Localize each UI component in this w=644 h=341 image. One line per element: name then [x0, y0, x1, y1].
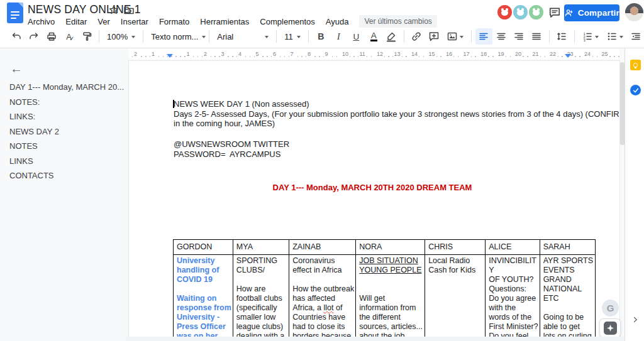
align-left-button[interactable] — [475, 28, 492, 45]
chevron-down-icon — [595, 36, 599, 40]
insert-image-button[interactable] — [443, 28, 467, 45]
highlight-color-button[interactable] — [383, 28, 400, 45]
vertical-scrollbar[interactable] — [620, 62, 625, 145]
outline-item-day1[interactable]: DAY 1--- Monday, MARCH 20... — [9, 82, 126, 97]
close-outline-arrow-icon[interactable]: ← — [10, 62, 23, 76]
table-header-cell[interactable]: CHRIS — [425, 240, 486, 255]
ruler-number: 10 — [341, 51, 350, 57]
table-cell-mya[interactable]: SPORTING CLUBS/ How are football clubs (… — [233, 255, 289, 341]
spellcheck-button[interactable]: A✓ — [60, 28, 77, 45]
paragraph-news-week: NEWS WEEK DAY 1 (Non assessed) Days 2-5-… — [174, 99, 619, 129]
table-cell-alice[interactable]: INVINCIBILIT Y OF YOUTH?Questions: Do yo… — [486, 255, 540, 341]
bold-button[interactable]: B — [313, 28, 330, 45]
toolbar: A✓ 100% Texto norm... Arial 11 B I U A 1… — [0, 25, 644, 48]
ruler-number: 17 — [462, 51, 471, 57]
open-comments-icon[interactable] — [548, 6, 561, 21]
outline-item-links1[interactable]: LINKS: — [9, 112, 126, 127]
ruler-number: 3 — [220, 51, 226, 57]
table-header-cell[interactable]: MYA — [233, 240, 289, 255]
font-size-select[interactable]: 11 — [280, 28, 304, 45]
print-button[interactable] — [43, 28, 60, 45]
justify-button[interactable] — [528, 28, 545, 45]
document-page[interactable]: NEWS WEEK DAY 1 (Non assessed) Days 2-5-… — [129, 61, 619, 341]
redo-button[interactable] — [25, 28, 42, 45]
bulleted-list-button[interactable] — [603, 28, 627, 45]
ruler-number: 2 — [203, 51, 208, 57]
undo-button[interactable] — [8, 28, 25, 45]
menu-herramientas[interactable]: Herramientas — [200, 17, 249, 26]
decrease-indent-button[interactable] — [628, 28, 644, 45]
font-select[interactable]: Arial — [213, 28, 272, 45]
explore-button[interactable] — [599, 318, 621, 338]
table-cell-chris[interactable]: Local Radio Cash for Kids — [425, 255, 486, 341]
chevron-down-icon — [202, 36, 206, 40]
paragraph-twitter-password: @UWSNEWSROOM TWITTER PASSWORD= AYRCAMPUS — [174, 139, 289, 159]
ruler-number: 5 — [255, 51, 260, 57]
add-comment-button[interactable] — [426, 28, 443, 45]
ruler-number: 1 — [186, 51, 191, 57]
svg-text:3: 3 — [584, 38, 586, 42]
collaborator-avatar[interactable] — [528, 4, 545, 21]
menu-complementos[interactable]: Complementos — [260, 17, 314, 26]
insert-link-button[interactable] — [408, 28, 425, 45]
grammarly-badge[interactable]: G — [602, 300, 619, 317]
outline-item-contacts[interactable]: CONTACTS — [9, 171, 126, 186]
chevron-down-icon — [619, 36, 623, 40]
user-avatar[interactable] — [625, 3, 643, 21]
hide-side-panel-icon[interactable] — [631, 315, 640, 327]
table-cell-sarah[interactable]: AYR SPORTS EVENTS GRAND NATIONAL ETC Goi… — [540, 255, 596, 341]
line-spacing-button[interactable] — [553, 28, 570, 45]
ruler-number: 7 — [289, 51, 295, 57]
ruler-number: 18 — [479, 51, 488, 57]
chevron-down-icon — [265, 36, 269, 40]
menu-insertar[interactable]: Insertar — [121, 17, 148, 26]
zoom-select[interactable]: 100% — [103, 28, 139, 45]
outline-item-links2[interactable]: LINKS — [9, 156, 126, 171]
menu-ayuda[interactable]: Ayuda — [326, 17, 349, 26]
keep-icon[interactable] — [630, 60, 641, 70]
app-header: NEWS DAY ONLINE 1 Archivo Editar Ver Ins… — [0, 0, 644, 25]
menu-ver[interactable]: Ver — [97, 17, 110, 26]
table-cell-zainab[interactable]: Coronavirus effect in Africa How the out… — [289, 255, 356, 341]
menu-formato[interactable]: Formato — [159, 17, 189, 26]
explore-star-icon — [604, 322, 617, 335]
ruler-number: 9 — [324, 51, 330, 57]
ruler-number: 4 — [237, 51, 243, 57]
table-header-cell[interactable]: SARAH — [540, 240, 596, 255]
paint-format-button[interactable] — [78, 28, 95, 45]
table-header-cell[interactable]: ALICE — [486, 240, 540, 255]
left-indent-marker[interactable] — [167, 54, 173, 61]
table-cell-nora[interactable]: JOB SITUATION YOUNG PEOPLE Will get info… — [356, 255, 425, 341]
ruler-number: 20 — [514, 51, 523, 57]
collaborator-avatar[interactable] — [496, 4, 513, 21]
ruler-number: 2 — [133, 51, 138, 57]
table-header-cell[interactable]: GORDON — [174, 240, 233, 255]
menu-archivo[interactable]: Archivo — [28, 17, 55, 26]
outline-item-newsday2[interactable]: NEWS DAY 2 — [9, 127, 126, 142]
text-color-button[interactable]: A — [365, 28, 382, 45]
document-outline: DAY 1--- Monday, MARCH 20... NOTES: LINK… — [9, 82, 126, 186]
underline-button[interactable]: U — [348, 28, 365, 45]
outline-item-notes1[interactable]: NOTES: — [9, 97, 126, 112]
paragraph-style-select[interactable]: Texto norm... — [147, 28, 205, 45]
table-header-cell[interactable]: NORA — [356, 240, 425, 255]
tasks-icon[interactable] — [630, 85, 641, 95]
table-cell-gordon[interactable]: University handling of COVID 19 Waiting … — [174, 255, 233, 341]
horizontal-scrollbar-track[interactable] — [126, 337, 625, 341]
outline-item-notes2[interactable]: NOTES — [9, 141, 126, 156]
last-changes-chip[interactable]: Ver últimos cambios — [359, 15, 436, 28]
table-header-cell[interactable]: ZAINAB — [289, 240, 356, 255]
google-docs-logo-icon[interactable] — [7, 3, 23, 23]
collaborator-avatar[interactable] — [512, 4, 529, 21]
align-right-button[interactable] — [511, 28, 528, 45]
right-indent-marker[interactable] — [565, 54, 571, 61]
ruler-number: 6 — [272, 51, 277, 57]
italic-button[interactable]: I — [330, 28, 347, 45]
align-center-button[interactable] — [493, 28, 510, 45]
horizontal-ruler[interactable]: 2112345678910111213141516171819202122232… — [129, 49, 619, 59]
ruler-number: 21 — [531, 51, 540, 57]
numbered-list-button[interactable]: 123 — [579, 28, 602, 45]
menu-bar: Archivo Editar Ver Insertar Formato Herr… — [28, 15, 437, 28]
share-button[interactable]: Compartir — [564, 4, 619, 21]
menu-editar[interactable]: Editar — [65, 17, 87, 26]
